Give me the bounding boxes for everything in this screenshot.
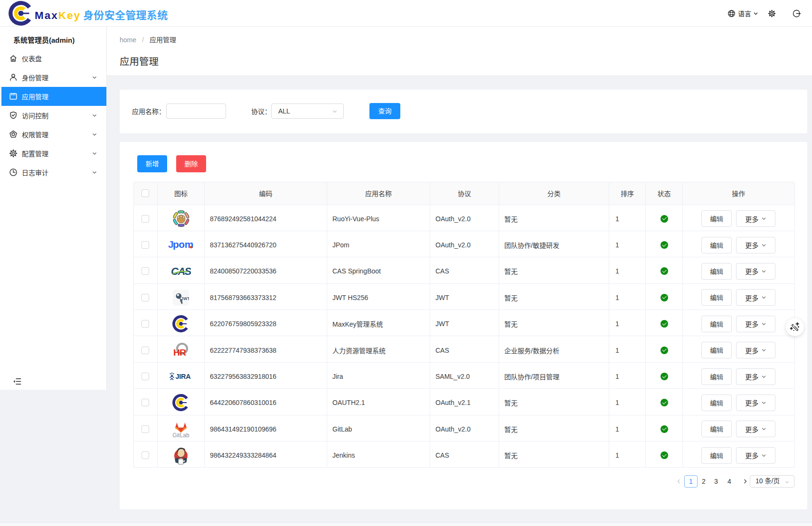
svg-text:JIRA: JIRA xyxy=(176,373,191,380)
svg-text:GitLab: GitLab xyxy=(172,432,189,438)
svg-text:pom: pom xyxy=(173,239,193,250)
svg-text:JWT: JWT xyxy=(181,296,189,301)
svg-text:HR: HR xyxy=(173,348,186,357)
